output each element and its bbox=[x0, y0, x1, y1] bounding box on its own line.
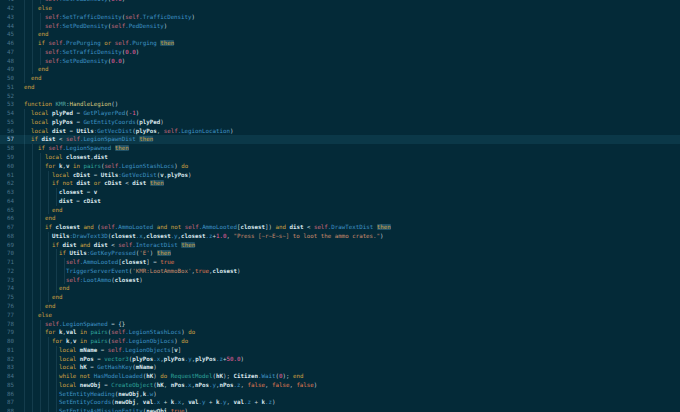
code-line[interactable]: 48 self:SetPedDensity(0.0) bbox=[0, 57, 680, 66]
line-number[interactable]: 81 bbox=[0, 346, 14, 355]
code-line[interactable]: 57 if dist < self.LegionSpawnDist then bbox=[0, 135, 680, 144]
code-line[interactable]: 55 local plyPos = GetEntityCoords(plyPed… bbox=[0, 118, 680, 127]
code-line[interactable]: 61 local cDist = Utils:GetVecDist(v,plyP… bbox=[0, 171, 680, 180]
code-line[interactable]: 63 closest = v bbox=[0, 188, 680, 197]
line-number[interactable]: 85 bbox=[0, 381, 14, 390]
code-line[interactable]: 64 dist = cDist bbox=[0, 197, 680, 206]
line-number[interactable]: 43 bbox=[0, 13, 14, 22]
code-line[interactable]: 70 if Utils:GetKeyPressed('E') then bbox=[0, 249, 680, 258]
code-line[interactable]: 78 self.LegionSpawned = {} bbox=[0, 320, 680, 329]
line-number[interactable]: 56 bbox=[0, 127, 14, 136]
code-line[interactable]: 60 for k,v in pairs(self.LegionStashLocs… bbox=[0, 162, 680, 171]
line-number[interactable]: 75 bbox=[0, 293, 14, 302]
code-line[interactable]: 85 local newObj = CreateObject(hK, nPos.… bbox=[0, 381, 680, 390]
code-text: closest = v bbox=[24, 188, 680, 197]
line-number[interactable]: 59 bbox=[0, 153, 14, 162]
line-number[interactable]: 76 bbox=[0, 302, 14, 311]
line-number[interactable]: 73 bbox=[0, 276, 14, 285]
code-line[interactable]: 71 self.AmmoLooted[closest] = true bbox=[0, 258, 680, 267]
code-text: SetEntityAsMissionEntity(newObj,true) bbox=[24, 407, 680, 412]
line-number[interactable]: 60 bbox=[0, 162, 14, 171]
code-text: self:SetTrafficDensity(0.0) bbox=[24, 48, 680, 57]
code-line[interactable]: 77 else bbox=[0, 311, 680, 320]
code-line[interactable]: 66 end bbox=[0, 214, 680, 223]
line-number[interactable]: 45 bbox=[0, 30, 14, 39]
line-number[interactable]: 67 bbox=[0, 223, 14, 232]
code-line[interactable]: 58 if self.LegionSpawned then bbox=[0, 144, 680, 153]
line-number[interactable]: 74 bbox=[0, 284, 14, 293]
line-number[interactable]: 55 bbox=[0, 118, 14, 127]
code-line[interactable]: 84 while not HasModelLoaded(hK) do Reque… bbox=[0, 372, 680, 381]
line-number[interactable]: 50 bbox=[0, 74, 14, 83]
code-line[interactable]: 72 TriggerServerEvent('KMR:LootAmmoBox',… bbox=[0, 267, 680, 276]
code-line[interactable]: 68 Utils:DrawText3D(closest.x,closest.y,… bbox=[0, 232, 680, 241]
line-number[interactable]: 86 bbox=[0, 390, 14, 399]
line-number[interactable]: 63 bbox=[0, 188, 14, 197]
line-number[interactable]: 71 bbox=[0, 258, 14, 267]
code-editor[interactable]: 41 self:SetPedDensity(0.0)42 else43 self… bbox=[0, 0, 680, 412]
code-line[interactable]: 82 local nPos = vector3(plyPos.x,plyPos.… bbox=[0, 355, 680, 364]
line-number[interactable]: 69 bbox=[0, 241, 14, 250]
line-number[interactable]: 61 bbox=[0, 171, 14, 180]
code-line[interactable]: 65 end bbox=[0, 206, 680, 215]
code-line[interactable]: 62 if not dist or cDist < dist then bbox=[0, 179, 680, 188]
line-number[interactable]: 48 bbox=[0, 57, 14, 66]
line-number[interactable]: 57 bbox=[0, 135, 14, 144]
code-text: local newObj = CreateObject(hK, nPos.x,n… bbox=[24, 381, 680, 390]
line-number[interactable]: 49 bbox=[0, 65, 14, 74]
code-line[interactable]: 74 end bbox=[0, 284, 680, 293]
line-number[interactable]: 52 bbox=[0, 92, 14, 101]
line-number[interactable]: 82 bbox=[0, 355, 14, 364]
line-number[interactable]: 51 bbox=[0, 83, 14, 92]
line-number[interactable]: 78 bbox=[0, 320, 14, 329]
code-line[interactable]: 49 end bbox=[0, 65, 680, 74]
line-number[interactable]: 83 bbox=[0, 363, 14, 372]
code-line[interactable]: 59 local closest,dist bbox=[0, 153, 680, 162]
code-line[interactable]: 47 self:SetTrafficDensity(0.0) bbox=[0, 48, 680, 57]
line-number[interactable]: 62 bbox=[0, 179, 14, 188]
line-number[interactable]: 88 bbox=[0, 407, 14, 412]
code-line[interactable]: 42 else bbox=[0, 4, 680, 13]
line-number[interactable]: 70 bbox=[0, 249, 14, 258]
line-number[interactable]: 72 bbox=[0, 267, 14, 276]
code-line[interactable]: 43 self:SetTrafficDensity(self.TrafficDe… bbox=[0, 13, 680, 22]
line-number[interactable]: 84 bbox=[0, 372, 14, 381]
code-line[interactable]: 54 local plyPed = GetPlayerPed(-1) bbox=[0, 109, 680, 118]
code-line[interactable]: 73 self:LootAmmo(closest) bbox=[0, 276, 680, 285]
code-line[interactable]: 87 SetEntityCoords(newObj, val.x + k.x, … bbox=[0, 398, 680, 407]
code-line[interactable]: 67 if closest and (self.AmmoLooted and n… bbox=[0, 223, 680, 232]
line-number[interactable]: 44 bbox=[0, 22, 14, 31]
code-line[interactable]: 52 bbox=[0, 92, 680, 101]
line-number[interactable]: 54 bbox=[0, 109, 14, 118]
code-line[interactable]: 76 end bbox=[0, 302, 680, 311]
line-number[interactable]: 66 bbox=[0, 214, 14, 223]
line-number[interactable]: 58 bbox=[0, 144, 14, 153]
code-line[interactable]: 83 local hK = GetHashKey(mName) bbox=[0, 363, 680, 372]
code-line[interactable]: 45 end bbox=[0, 30, 680, 39]
code-line[interactable]: 46 if self.PrePurging or self.Purging th… bbox=[0, 39, 680, 48]
line-number[interactable]: 42 bbox=[0, 4, 14, 13]
code-line[interactable]: 53function KMR:HandleLegion() bbox=[0, 100, 680, 109]
line-number[interactable]: 47 bbox=[0, 48, 14, 57]
code-line[interactable]: 50 end bbox=[0, 74, 680, 83]
line-number[interactable]: 87 bbox=[0, 398, 14, 407]
line-number[interactable]: 64 bbox=[0, 197, 14, 206]
line-number[interactable]: 77 bbox=[0, 311, 14, 320]
code-line[interactable]: 69 if dist and dist < self.InteractDist … bbox=[0, 241, 680, 250]
code-line[interactable]: 44 self:SetPedDensity(self.PedDensity) bbox=[0, 22, 680, 31]
code-line[interactable]: 75 end bbox=[0, 293, 680, 302]
code-line[interactable]: 80 for k,v in pairs(self.LegionObjLocs) … bbox=[0, 337, 680, 346]
line-number[interactable]: 46 bbox=[0, 39, 14, 48]
code-line[interactable]: 86 SetEntityHeading(newObj,k.w) bbox=[0, 390, 680, 399]
code-line[interactable]: 56 local dist = Utils:GetVecDist(plyPos,… bbox=[0, 127, 680, 136]
code-line[interactable]: 81 local mName = self.LegionObjects[v] bbox=[0, 346, 680, 355]
code-line[interactable]: 79 for k,val in pairs(self.LegionStashLo… bbox=[0, 328, 680, 337]
line-number[interactable]: 80 bbox=[0, 337, 14, 346]
line-number[interactable]: 68 bbox=[0, 232, 14, 241]
code-text: else bbox=[24, 311, 680, 320]
code-line[interactable]: 51end bbox=[0, 83, 680, 92]
line-number[interactable]: 53 bbox=[0, 100, 14, 109]
line-number[interactable]: 65 bbox=[0, 206, 14, 215]
line-number[interactable]: 79 bbox=[0, 328, 14, 337]
code-line[interactable]: 88 SetEntityAsMissionEntity(newObj,true) bbox=[0, 407, 680, 412]
